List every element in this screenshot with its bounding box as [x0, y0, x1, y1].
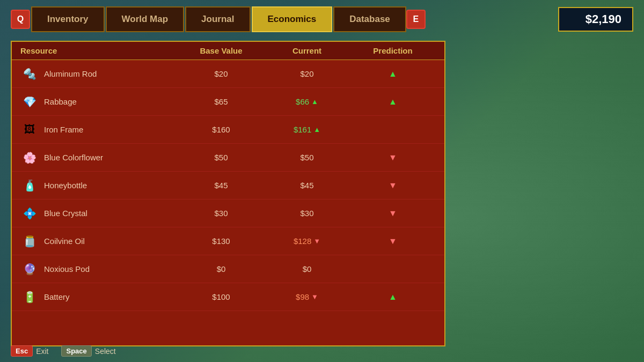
base-value-cell: $45 — [178, 181, 264, 190]
esc-key-badge: Esc — [11, 345, 33, 357]
current-value-cell: $45 — [264, 181, 350, 190]
header-base-value: Base Value — [178, 46, 264, 55]
prediction-cell: ▼ — [350, 209, 436, 218]
prediction-down-icon: ▼ — [389, 237, 397, 246]
table-row[interactable]: 🔩Aluminum Rod$20$20▲ — [12, 60, 444, 88]
table-row[interactable]: 🔮Noxious Pod$0$0 — [12, 255, 444, 283]
prediction-cell: ▼ — [350, 181, 436, 190]
select-label: Select — [95, 347, 116, 356]
resource-icon: 💎 — [20, 93, 39, 111]
table-row[interactable]: 🧴Honeybottle$45$45▼ — [12, 172, 444, 200]
trend-down-icon: ▼ — [311, 293, 318, 301]
base-value-cell: $65 — [178, 97, 264, 106]
prediction-up-icon: ▲ — [389, 69, 397, 79]
tab-economics[interactable]: Economics — [252, 6, 333, 32]
resource-name: Coilvine Oil — [44, 237, 85, 246]
resource-name: Blue Crystal — [44, 209, 87, 218]
tab-worldmap[interactable]: World Map — [106, 6, 185, 32]
tab-inventory[interactable]: Inventory — [31, 6, 105, 32]
resource-name: Noxious Pod — [44, 264, 90, 274]
resource-icon: 🔩 — [20, 65, 39, 83]
current-value-cell: $66▲ — [264, 97, 350, 106]
prediction-cell: ▼ — [350, 153, 436, 162]
prediction-down-icon: ▼ — [389, 153, 397, 162]
prediction-up-icon: ▲ — [389, 97, 397, 107]
trend-down-icon: ▼ — [313, 237, 320, 245]
e-key[interactable]: E — [406, 10, 426, 29]
prediction-down-icon: ▼ — [389, 181, 397, 190]
current-value-cell: $0 — [264, 264, 350, 274]
prediction-up-icon: ▲ — [389, 292, 397, 302]
base-value-cell: $160 — [178, 125, 264, 134]
economics-panel: Resource Base Value Current Prediction 🔩… — [11, 41, 445, 346]
balance-display: $2,190 — [558, 7, 633, 32]
resource-name: Rabbage — [44, 97, 77, 106]
resource-name: Blue Colorflower — [44, 153, 103, 162]
current-value-cell: $50 — [264, 153, 350, 162]
tab-journal[interactable]: Journal — [185, 6, 250, 32]
header-resource: Resource — [20, 46, 178, 55]
table-row[interactable]: 🌸Blue Colorflower$50$50▼ — [12, 144, 444, 172]
prediction-cell: ▲ — [350, 69, 436, 79]
base-value-cell: $30 — [178, 209, 264, 218]
current-value-cell: $20 — [264, 69, 350, 78]
base-value-cell: $100 — [178, 292, 264, 301]
resource-icon: 🌸 — [20, 149, 39, 167]
resource-name: Honeybottle — [44, 181, 87, 190]
table-body: 🔩Aluminum Rod$20$20▲💎Rabbage$65$66▲▲🖼Iro… — [12, 60, 444, 345]
bottom-bar: Esc Exit Space Select — [11, 345, 116, 357]
base-value-cell: $20 — [178, 69, 264, 78]
base-value-cell: $50 — [178, 153, 264, 162]
prediction-cell: ▲ — [350, 97, 436, 107]
header-current: Current — [264, 46, 350, 55]
table-row[interactable]: 🔋Battery$100$98▼▲ — [12, 283, 444, 311]
resource-icon: 🔋 — [20, 288, 39, 306]
current-value-cell: $98▼ — [264, 292, 350, 301]
top-navigation: Q Inventory World Map Journal Economics … — [11, 6, 633, 32]
resource-icon: 💠 — [20, 204, 39, 223]
table-header: Resource Base Value Current Prediction — [12, 42, 444, 60]
current-value-cell: $128▼ — [264, 237, 350, 246]
resource-name: Iron Frame — [44, 125, 83, 134]
resource-icon: 🧴 — [20, 176, 39, 195]
base-value-cell: $130 — [178, 237, 264, 246]
table-row[interactable]: 💎Rabbage$65$66▲▲ — [12, 88, 444, 116]
resource-icon: 🔮 — [20, 260, 39, 278]
prediction-cell: ▼ — [350, 237, 436, 246]
table-row[interactable]: 💠Blue Crystal$30$30▼ — [12, 200, 444, 227]
prediction-down-icon: ▼ — [389, 209, 397, 218]
table-row[interactable]: 🫙Coilvine Oil$130$128▼▼ — [12, 227, 444, 255]
header-prediction: Prediction — [350, 46, 436, 55]
current-value-cell: $30 — [264, 209, 350, 218]
base-value-cell: $0 — [178, 264, 264, 274]
trend-up-icon: ▲ — [313, 125, 320, 134]
resource-icon: 🖼 — [20, 121, 39, 139]
exit-label: Exit — [36, 347, 48, 356]
resource-name: Battery — [44, 292, 70, 301]
trend-up-icon: ▲ — [311, 98, 318, 106]
current-value-cell: $161▲ — [264, 125, 350, 134]
space-key-badge: Space — [61, 345, 91, 357]
prediction-cell: ▲ — [350, 292, 436, 302]
tab-database[interactable]: Database — [333, 6, 406, 32]
resource-icon: 🫙 — [20, 232, 39, 250]
table-row[interactable]: 🖼Iron Frame$160$161▲ — [12, 116, 444, 144]
resource-name: Aluminum Rod — [44, 69, 97, 78]
q-key[interactable]: Q — [11, 10, 30, 29]
